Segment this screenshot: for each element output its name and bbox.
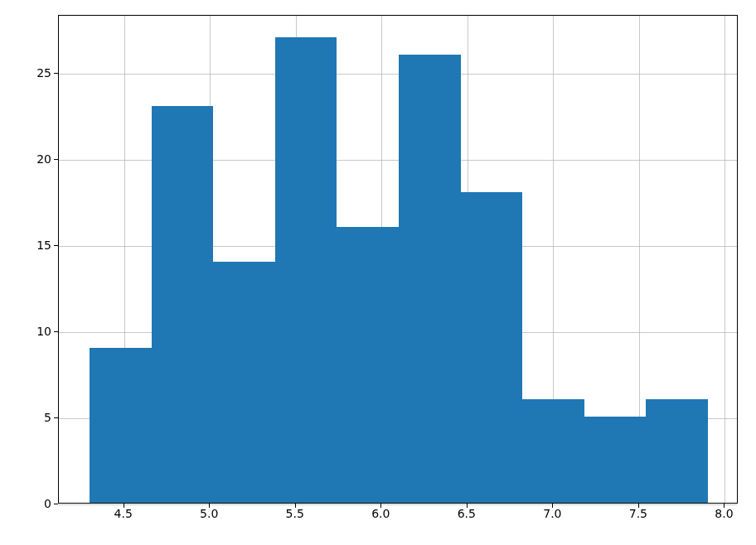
histogram-bar [584,417,647,503]
y-tick-label: 5 [0,411,51,424]
x-tick-label: 8.0 [715,507,733,520]
x-tick-label: 5.0 [200,507,218,520]
y-tick-mark [54,417,58,418]
histogram-bar [646,399,708,503]
y-tick-label: 25 [0,66,51,80]
histogram-bar [275,37,337,503]
y-tick-label: 10 [0,325,51,338]
y-tick-label: 0 [0,497,51,510]
histogram-bar [399,55,461,503]
histogram-bar [522,399,584,503]
y-tick-mark [54,73,58,74]
x-tick-label: 7.5 [629,507,647,520]
y-tick-mark [54,159,58,160]
x-tick-label: 5.5 [286,507,304,520]
x-tick-label: 6.5 [458,507,476,520]
y-tick-mark [54,504,58,504]
y-tick-label: 20 [0,152,51,166]
x-tick-label: 6.0 [371,507,390,520]
x-tick-label: 7.0 [543,507,561,520]
grid-v [724,16,725,503]
x-tick-label: 4.5 [114,507,133,520]
histogram-bar [461,192,523,503]
histogram-bar [152,106,214,503]
y-tick-mark [54,245,58,246]
histogram-bar [337,227,399,503]
grid-h [59,504,737,505]
histogram-bar [90,348,152,503]
grid-h [59,74,737,75]
plot-area [58,15,738,504]
histogram-bar [213,262,275,503]
y-tick-label: 15 [0,239,51,252]
y-tick-mark [54,331,58,332]
